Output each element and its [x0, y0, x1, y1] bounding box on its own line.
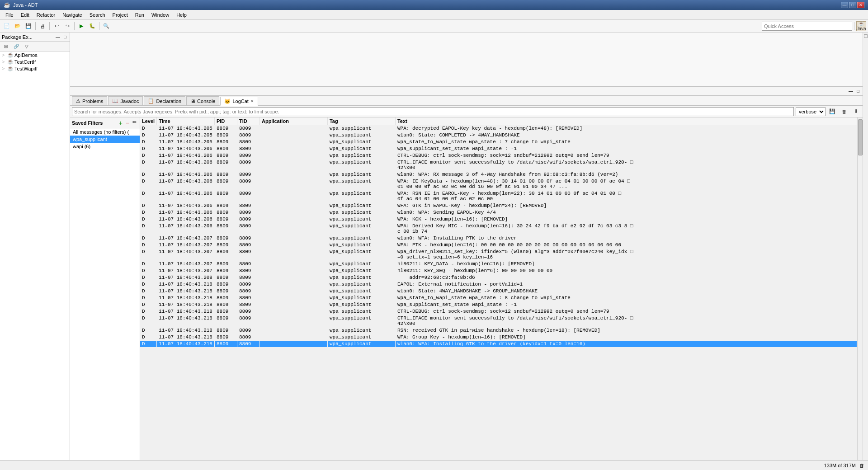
log-row-14[interactable]: D11-07 18:40:43.20788098809wpa_supplican… — [140, 242, 857, 249]
log-cell-0: D — [140, 268, 157, 274]
minimize-button[interactable]: — — [841, 2, 848, 8]
tab-console[interactable]: 🖥 Console — [186, 96, 219, 105]
javadoc-tab-label: Javadoc — [120, 99, 139, 104]
log-row-0[interactable]: D11-07 18:40:43.20588098809wpa_supplican… — [140, 125, 857, 132]
log-scrollbar[interactable] — [857, 118, 863, 460]
menu-project[interactable]: Project — [109, 11, 132, 19]
menu-window[interactable]: Window — [148, 11, 173, 19]
new-button[interactable]: 📄 — [2, 21, 12, 31]
menu-navigate[interactable]: Navigate — [59, 11, 85, 19]
log-cell-5: wpa_supplicant — [327, 261, 395, 268]
clear-logcat-btn[interactable]: 🗑 — [839, 107, 849, 117]
bottom-maximize-btn[interactable]: □ — [855, 88, 861, 94]
log-row-26[interactable]: D11-07 18:40:43.21888098809wpa_supplican… — [140, 334, 857, 341]
tab-logcat[interactable]: 🐱 LogCat ✕ — [220, 97, 258, 106]
edit-filter-btn[interactable]: ✏ — [131, 119, 138, 127]
log-cell-5: wpa_supplicant — [327, 242, 395, 249]
open-button[interactable]: 📂 — [13, 21, 23, 31]
remove-filter-btn[interactable]: − — [124, 119, 131, 127]
package-explorer-toolbar: ⊟ 🔗 ▽ — [0, 42, 70, 52]
scroll-lock-btn[interactable]: ⬇ — [851, 107, 861, 117]
link-with-editor-btn[interactable]: 🔗 — [11, 42, 21, 52]
print-button[interactable]: 🖨 — [38, 21, 47, 31]
verbose-select[interactable]: verbose debug info warn error — [796, 107, 826, 116]
log-row-19[interactable]: D11-07 18:40:43.21888098809wpa_supplican… — [140, 281, 857, 288]
log-row-11[interactable]: D11-07 18:40:43.20688098809wpa_supplican… — [140, 216, 857, 223]
tree-item-testcertif[interactable]: ▷ ☕ TestCertIf — [0, 58, 70, 65]
log-content[interactable]: Level Time PID TID Application Tag Text … — [140, 118, 857, 460]
menu-refactor[interactable]: Refactor — [33, 11, 59, 19]
package-tree: ▷ ☕ ApiDemos ▷ ☕ TestCertIf ▷ ☕ TestWapi… — [0, 52, 70, 72]
log-row-12[interactable]: D11-07 18:40:43.20688098809wpa_supplican… — [140, 223, 857, 235]
tab-problems[interactable]: ⚠ Problems — [72, 96, 107, 105]
log-row-25[interactable]: D11-07 18:40:43.21888098809wpa_supplican… — [140, 327, 857, 334]
apidemos-icon: ☕ — [7, 52, 14, 58]
log-row-24[interactable]: D11-07 18:40:43.21888098809wpa_supplican… — [140, 315, 857, 327]
logcat-search-input[interactable] — [72, 107, 794, 116]
redo-button[interactable]: ↪ — [62, 21, 72, 31]
gc-button[interactable]: 🗑 — [859, 463, 864, 468]
log-row-21[interactable]: D11-07 18:40:43.21888098809wpa_supplican… — [140, 295, 857, 301]
log-row-13[interactable]: D11-07 18:40:43.20788098809wpa_supplican… — [140, 235, 857, 242]
log-row-2[interactable]: D11-07 18:40:43.20588098809wpa_supplican… — [140, 139, 857, 146]
view-menu-btn[interactable]: ▽ — [22, 42, 32, 52]
testcertif-arrow: ▷ — [2, 60, 6, 64]
right-sidebar-icon[interactable] — [864, 34, 868, 38]
log-row-10[interactable]: D11-07 18:40:43.20688098809wpa_supplican… — [140, 209, 857, 216]
close-button[interactable]: ✕ — [857, 2, 864, 8]
maximize-button[interactable]: □ — [849, 2, 856, 8]
menu-search[interactable]: Search — [86, 11, 109, 19]
log-row-15[interactable]: D11-07 18:40:43.20788098809wpa_supplican… — [140, 249, 857, 261]
menu-run[interactable]: Run — [132, 11, 148, 19]
log-row-18[interactable]: D11-07 18:40:43.20888098809wpa_supplican… — [140, 274, 857, 281]
log-row-4[interactable]: D11-07 18:40:43.20688098809wpa_supplican… — [140, 152, 857, 159]
scrollbar-thumb[interactable] — [858, 119, 863, 155]
save-button[interactable]: 💾 — [24, 21, 33, 31]
log-row-5[interactable]: D11-07 18:40:43.20688098809wpa_supplican… — [140, 159, 857, 171]
tab-declaration[interactable]: 📋 Declaration — [144, 96, 185, 105]
app-icon: ☕ — [4, 2, 10, 8]
log-row-20[interactable]: D11-07 18:40:43.21888098809wpa_supplican… — [140, 288, 857, 295]
filter-all-messages[interactable]: All messages (no filters) ( — [70, 128, 140, 136]
log-row-6[interactable]: D11-07 18:40:43.20688098809wpa_supplican… — [140, 171, 857, 178]
log-row-1[interactable]: D11-07 18:40:43.20588098809wpa_supplican… — [140, 132, 857, 139]
log-cell-4 — [259, 139, 327, 146]
log-row-22[interactable]: D11-07 18:40:43.21888098809wpa_supplican… — [140, 301, 857, 308]
menu-file[interactable]: File — [2, 11, 17, 19]
log-cell-4 — [259, 315, 327, 327]
panel-minimize-btn[interactable]: — — [54, 34, 61, 40]
testwapif-icon: ☕ — [7, 66, 14, 71]
undo-button[interactable]: ↩ — [52, 21, 61, 31]
log-row-23[interactable]: D11-07 18:40:43.21888098809wpa_supplican… — [140, 308, 857, 315]
toolbar-sep-2 — [49, 22, 50, 30]
logcat-tab-close[interactable]: ✕ — [250, 99, 254, 103]
debug-button[interactable]: 🐛 — [87, 21, 97, 31]
log-cell-1: 11-07 18:40:43.218 — [157, 327, 215, 334]
javadoc-tab-icon: 📖 — [112, 98, 118, 104]
log-row-8[interactable]: D11-07 18:40:43.20688098809wpa_supplican… — [140, 190, 857, 202]
panel-maximize-btn[interactable]: □ — [62, 34, 68, 40]
panel-controls: — □ — [54, 34, 68, 40]
log-row-3[interactable]: D11-07 18:40:43.20688098809wpa_supplican… — [140, 146, 857, 152]
search-button[interactable]: 🔍 — [101, 21, 111, 31]
log-row-17[interactable]: D11-07 18:40:43.20788098809wpa_supplican… — [140, 268, 857, 274]
add-filter-btn[interactable]: + — [118, 119, 124, 127]
quick-access-input[interactable] — [764, 24, 850, 29]
menu-edit[interactable]: Edit — [17, 11, 33, 19]
log-cell-3: 8809 — [237, 223, 259, 235]
log-row-7[interactable]: D11-07 18:40:43.20688098809wpa_supplican… — [140, 178, 857, 190]
filter-wpa-supplicant[interactable]: wpa_supplicant — [70, 136, 140, 143]
bottom-minimize-btn[interactable]: — — [847, 88, 854, 94]
log-row-9[interactable]: D11-07 18:40:43.20688098809wpa_supplican… — [140, 202, 857, 209]
tab-javadoc[interactable]: 📖 Javadoc — [108, 96, 143, 105]
tree-item-apidemos[interactable]: ▷ ☕ ApiDemos — [0, 52, 70, 58]
save-logcat-btn[interactable]: 💾 — [827, 107, 837, 117]
filter-wapi[interactable]: wapi (6) — [70, 143, 140, 150]
log-row-16[interactable]: D11-07 18:40:43.20788098809wpa_supplican… — [140, 261, 857, 268]
menu-help[interactable]: Help — [173, 11, 190, 19]
tree-item-testwapif[interactable]: ▷ ☕ TestWapiIf — [0, 65, 70, 72]
run-button[interactable]: ▶ — [76, 21, 86, 31]
collapse-all-btn[interactable]: ⊟ — [1, 42, 11, 52]
log-row-27[interactable]: D11-07 18:40:43.21888098809wpa_supplican… — [140, 341, 857, 348]
perspective-java-button[interactable]: ☕ Java — [856, 21, 866, 31]
